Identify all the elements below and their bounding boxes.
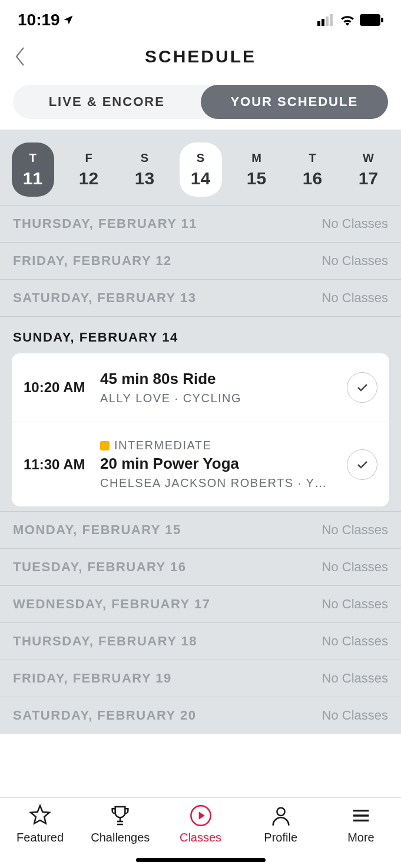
svg-rect-3 xyxy=(330,14,333,26)
tab-label: Profile xyxy=(264,831,297,844)
day-status: No Classes xyxy=(322,522,388,538)
date-cell[interactable]: S14 xyxy=(173,143,228,197)
date-num: 13 xyxy=(135,168,154,188)
day-row-empty: FRIDAY, FEBRUARY 19No Classes xyxy=(0,660,401,697)
class-info: 45 min 80s RideALLY LOVE · CYCLING xyxy=(100,370,340,405)
svg-rect-5 xyxy=(381,18,383,22)
day-row-empty: SATURDAY, FEBRUARY 20No Classes xyxy=(0,697,401,734)
class-level: INTERMEDIATE xyxy=(100,439,340,452)
home-indicator[interactable] xyxy=(136,858,266,862)
class-meta: CHELSEA JACKSON ROBERTS · Y… xyxy=(100,476,340,490)
header: SCHEDULE xyxy=(0,35,401,78)
date-num: 17 xyxy=(359,168,378,188)
day-status: No Classes xyxy=(322,253,388,269)
schedule-content: T11F12S13S14M15T16W17 THURSDAY, FEBRUARY… xyxy=(0,130,401,734)
class-meta: ALLY LOVE · CYCLING xyxy=(100,392,340,405)
date-num: 16 xyxy=(303,168,322,188)
date-dow: S xyxy=(197,151,204,165)
day-row-empty: FRIDAY, FEBRUARY 12No Classes xyxy=(0,242,401,279)
day-row-empty: TUESDAY, FEBRUARY 16No Classes xyxy=(0,548,401,585)
wifi-icon xyxy=(340,14,355,26)
status-icons xyxy=(317,14,383,26)
date-num: 11 xyxy=(23,168,42,188)
location-icon xyxy=(62,14,74,26)
date-dow: F xyxy=(85,151,92,165)
day-status: No Classes xyxy=(322,671,388,686)
status-time-text: 10:19 xyxy=(18,11,60,29)
tab-more[interactable]: More xyxy=(321,804,401,868)
tab-label: Classes xyxy=(180,831,221,844)
scheduled-check-button[interactable] xyxy=(347,372,377,403)
day-status: No Classes xyxy=(322,559,388,575)
day-label: SATURDAY, FEBRUARY 13 xyxy=(13,290,196,306)
day-status: No Classes xyxy=(322,216,388,231)
date-dow: T xyxy=(29,151,36,165)
tab-label: Featured xyxy=(16,831,64,844)
svg-rect-1 xyxy=(322,19,324,26)
class-row[interactable]: 11:30 AMINTERMEDIATE20 min Power YogaCHE… xyxy=(12,422,389,506)
date-cell[interactable]: T16 xyxy=(284,143,340,197)
day-status: No Classes xyxy=(322,634,388,649)
date-cell[interactable]: T11 xyxy=(5,143,61,197)
day-label: MONDAY, FEBRUARY 15 xyxy=(13,522,181,538)
class-title: 20 min Power Yoga xyxy=(100,455,340,473)
profile-icon xyxy=(269,804,293,827)
day-row-empty: THURSDAY, FEBRUARY 18No Classes xyxy=(0,622,401,660)
svg-rect-0 xyxy=(317,21,320,26)
date-dow: W xyxy=(363,151,374,165)
level-badge-icon xyxy=(100,441,110,450)
date-num: 15 xyxy=(247,168,266,188)
check-icon xyxy=(355,458,369,472)
tab-your-schedule[interactable]: YOUR SCHEDULE xyxy=(201,85,389,119)
trophy-icon xyxy=(108,804,132,827)
date-dow: T xyxy=(309,151,316,165)
play-circle-icon xyxy=(189,804,213,827)
day-row-empty: WEDNESDAY, FEBRUARY 17No Classes xyxy=(0,585,401,622)
day-status: No Classes xyxy=(322,597,388,612)
tab-live-encore[interactable]: LIVE & ENCORE xyxy=(13,85,201,119)
status-bar: 10:19 xyxy=(0,0,401,35)
date-cell[interactable]: M15 xyxy=(228,143,284,197)
class-title: 45 min 80s Ride xyxy=(100,370,340,388)
day-status: No Classes xyxy=(322,290,388,306)
segment-control: LIVE & ENCORE YOUR SCHEDULE xyxy=(0,78,401,130)
cellular-icon xyxy=(317,14,335,26)
tab-label: Challenges xyxy=(91,831,150,844)
date-cell[interactable]: S13 xyxy=(117,143,173,197)
status-time: 10:19 xyxy=(18,11,74,29)
date-cell[interactable]: W17 xyxy=(340,143,396,197)
battery-icon xyxy=(360,14,383,26)
menu-icon xyxy=(349,804,373,827)
date-num: 14 xyxy=(191,168,210,188)
tab-bar: Featured Challenges Classes Profile More xyxy=(0,797,401,868)
date-dow: S xyxy=(141,151,148,165)
date-dow: M xyxy=(251,151,261,165)
scheduled-check-button[interactable] xyxy=(347,449,377,480)
class-card: 10:20 AM45 min 80s RideALLY LOVE · CYCLI… xyxy=(12,353,389,506)
class-time: 10:20 AM xyxy=(24,379,100,396)
svg-point-7 xyxy=(277,808,284,816)
day-header-active: SUNDAY, FEBRUARY 14 xyxy=(0,316,401,351)
day-row-empty: THURSDAY, FEBRUARY 11No Classes xyxy=(0,205,401,242)
day-label: THURSDAY, FEBRUARY 18 xyxy=(13,634,197,649)
svg-rect-4 xyxy=(360,14,380,26)
class-row[interactable]: 10:20 AM45 min 80s RideALLY LOVE · CYCLI… xyxy=(12,353,389,422)
class-time: 11:30 AM xyxy=(24,456,100,473)
class-info: INTERMEDIATE20 min Power YogaCHELSEA JAC… xyxy=(100,439,340,490)
day-row-empty: SATURDAY, FEBRUARY 13No Classes xyxy=(0,279,401,316)
date-cell[interactable]: F12 xyxy=(61,143,117,197)
tab-label: More xyxy=(347,831,375,844)
check-icon xyxy=(355,380,369,395)
tab-featured[interactable]: Featured xyxy=(0,804,80,868)
level-text: INTERMEDIATE xyxy=(114,439,211,452)
day-label: FRIDAY, FEBRUARY 19 xyxy=(13,671,172,686)
chevron-left-icon xyxy=(14,46,26,67)
day-label: WEDNESDAY, FEBRUARY 17 xyxy=(13,597,210,612)
day-label: TUESDAY, FEBRUARY 16 xyxy=(13,559,186,575)
day-label: SUNDAY, FEBRUARY 14 xyxy=(13,330,178,345)
date-num: 12 xyxy=(79,168,98,188)
star-icon xyxy=(28,804,52,827)
page-title: SCHEDULE xyxy=(145,47,256,67)
day-label: SATURDAY, FEBRUARY 20 xyxy=(13,708,196,723)
back-button[interactable] xyxy=(14,46,26,67)
